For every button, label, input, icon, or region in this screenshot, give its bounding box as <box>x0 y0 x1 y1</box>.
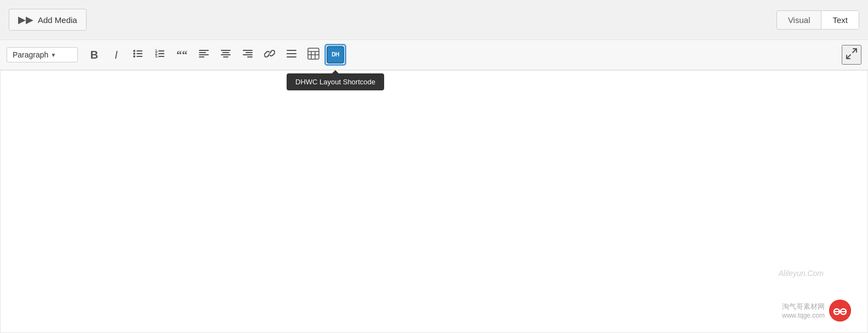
svg-rect-22 <box>243 54 253 55</box>
table-icon <box>307 48 319 62</box>
svg-line-24 <box>269 52 271 55</box>
tab-visual[interactable]: Visual <box>777 11 822 29</box>
svg-rect-18 <box>221 54 231 55</box>
svg-point-4 <box>133 55 135 58</box>
align-right-icon <box>242 48 253 62</box>
svg-rect-5 <box>136 56 142 57</box>
link-icon <box>264 48 275 62</box>
hr-icon <box>286 48 297 62</box>
fullscreen-icon <box>845 47 858 63</box>
svg-rect-21 <box>245 52 253 53</box>
ul-icon <box>133 48 144 62</box>
italic-icon: I <box>115 49 118 61</box>
watermark-bottom: 淘气哥素材网 www.tqge.com <box>782 300 851 321</box>
svg-rect-27 <box>287 56 296 58</box>
svg-point-36 <box>829 300 851 321</box>
unordered-list-button[interactable] <box>128 45 148 65</box>
svg-rect-13 <box>199 52 206 53</box>
table-button[interactable] <box>304 45 323 65</box>
chevron-down-icon: ▼ <box>50 52 72 58</box>
svg-rect-7 <box>158 50 164 51</box>
svg-rect-29 <box>308 48 319 59</box>
align-left-icon <box>198 48 209 62</box>
watermark: Alileyun.Com <box>779 269 824 278</box>
bold-button[interactable]: B <box>84 45 104 65</box>
align-center-icon <box>220 48 231 62</box>
watermark-line2: www.tqge.com <box>782 312 825 319</box>
svg-line-35 <box>847 55 850 59</box>
ol-icon: 1. 2. 3. <box>155 48 165 62</box>
quote-icon: ““ <box>176 49 187 61</box>
svg-rect-14 <box>199 54 209 55</box>
bold-icon: B <box>90 49 98 61</box>
svg-rect-17 <box>222 52 230 53</box>
italic-button[interactable]: I <box>106 45 126 65</box>
svg-rect-16 <box>221 50 231 51</box>
view-tabs: Visual Text <box>776 10 859 30</box>
content-area[interactable]: Alileyun.Com 淘气哥素材网 www.tqge.com <box>0 70 868 333</box>
add-media-label: Add Media <box>38 15 77 25</box>
align-right-button[interactable] <box>238 45 258 65</box>
svg-rect-12 <box>199 50 209 51</box>
top-bar: ▶▶ Add Media Visual Text <box>0 0 868 39</box>
fullscreen-button[interactable] <box>842 45 861 65</box>
dhwc-button-wrapper: DH DHWC Layout Shortcode <box>326 45 345 65</box>
svg-rect-9 <box>158 53 164 54</box>
toolbar: Paragraph ▼ B I <box>0 39 868 70</box>
dhwc-icon: DH <box>327 46 344 64</box>
dhwc-label: DH <box>332 52 339 58</box>
blockquote-button[interactable]: ““ <box>172 45 192 65</box>
svg-point-2 <box>133 53 135 55</box>
editor-wrapper: ▶▶ Add Media Visual Text Paragraph ▼ B I <box>0 0 868 333</box>
svg-rect-23 <box>247 56 253 58</box>
watermark-line1: 淘气哥素材网 <box>782 302 825 312</box>
paragraph-select[interactable]: Paragraph ▼ <box>7 47 78 62</box>
svg-text:3.: 3. <box>155 54 158 58</box>
svg-rect-25 <box>287 50 296 51</box>
paragraph-value: Paragraph <box>13 50 48 59</box>
svg-rect-19 <box>223 56 229 58</box>
svg-rect-15 <box>199 56 204 58</box>
add-media-icon: ▶▶ <box>18 14 33 26</box>
watermark-text: 淘气哥素材网 www.tqge.com <box>782 302 825 319</box>
link-button[interactable] <box>260 45 279 65</box>
svg-rect-1 <box>136 50 142 51</box>
svg-rect-11 <box>158 56 164 57</box>
add-media-button[interactable]: ▶▶ Add Media <box>9 9 87 31</box>
svg-point-0 <box>133 50 135 52</box>
tab-text[interactable]: Text <box>821 11 859 29</box>
svg-line-34 <box>853 49 856 53</box>
align-center-button[interactable] <box>216 45 236 65</box>
align-left-button[interactable] <box>194 45 214 65</box>
dhwc-button[interactable]: DH <box>326 45 345 65</box>
hr-button[interactable] <box>282 45 301 65</box>
svg-rect-20 <box>243 50 253 51</box>
watermark-logo <box>829 300 851 321</box>
svg-rect-3 <box>136 53 142 54</box>
ordered-list-button[interactable]: 1. 2. 3. <box>150 45 170 65</box>
